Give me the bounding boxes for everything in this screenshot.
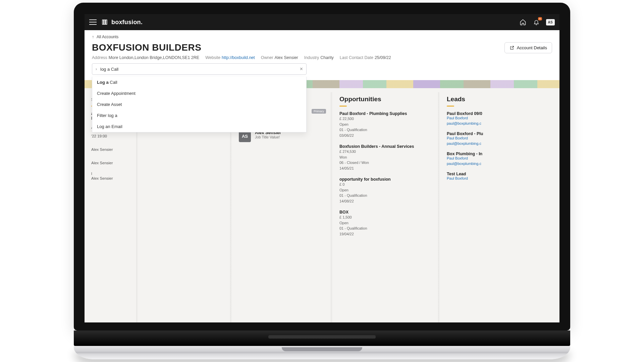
clear-icon[interactable]: × (300, 66, 303, 72)
suggestion-item[interactable]: Create Asset (92, 99, 306, 110)
suggestion-item[interactable]: Create Appointment (92, 88, 306, 99)
note-line: Alex Sensier (91, 176, 131, 180)
lead-card[interactable]: Paul Boxford - PluPaul Boxfordpaul@boxpl… (447, 131, 553, 146)
lead-owner: Paul Boxford (447, 116, 553, 120)
lead-card[interactable]: Test LeadPaul Boxford (447, 172, 553, 180)
view-contacts-link[interactable]: View All Contacts (2) (232, 322, 333, 322)
lead-email[interactable]: paul@boxplumbing.c (447, 141, 481, 145)
opp-date: 03/06/22 (339, 133, 433, 138)
opp-amount: £ 274,530 (339, 149, 433, 155)
primary-badge: Primary (312, 109, 326, 114)
bell-icon[interactable]: •• (533, 18, 540, 26)
screen-bezel: boxfusion. •• AS (74, 3, 570, 330)
meta-owner-lbl: Owner (261, 55, 273, 60)
meta-industry: Charity (320, 55, 334, 60)
chevron-right-icon: › (96, 67, 97, 71)
opportunity-card[interactable]: Paul Boxford - Plumbing Supplies£ 22,500… (339, 111, 433, 138)
quick-action-suggestions: Log a Call Create Appointment Create Ass… (92, 77, 307, 132)
lead-name: Paul Boxford - Plu (447, 131, 553, 136)
lead-owner: Paul Boxford (447, 156, 553, 160)
col-opportunities: Opportunities Paul Boxford - Plumbing Su… (333, 88, 440, 322)
bell-badge: •• (538, 17, 542, 20)
opp-stage: 01 - Qualification (339, 226, 433, 231)
note-line: Alex Sensier (91, 147, 131, 152)
laptop-base (74, 346, 570, 359)
opp-status: Open (339, 220, 433, 226)
meta-lastcontact: 25/09/22 (375, 55, 391, 60)
user-avatar[interactable]: AS (546, 19, 555, 25)
note-line: '22 19:00 (91, 134, 131, 138)
note-line: l (91, 172, 131, 176)
lead-name: Box Plumbing - In (447, 152, 553, 156)
quick-action-input[interactable] (100, 67, 297, 72)
view-hierarchy-link[interactable]: View Account Hierarchy (138, 322, 232, 322)
opportunity-card[interactable]: BOX£ 1,500Open01 - Qualification19/04/22 (339, 210, 433, 237)
meta-lastcontact-lbl: Last Contact Date (340, 55, 373, 60)
view-opportunities-link[interactable]: View All Opportunities (4) (333, 322, 440, 322)
appbar-right: •• AS (519, 18, 555, 26)
lead-email[interactable]: paul@boxplumbing.c (447, 162, 481, 166)
opp-date: 14/05/21 (339, 166, 433, 171)
opp-date: 19/04/22 (339, 231, 433, 237)
view-leads-link[interactable]: View All Leads (4) (440, 322, 559, 322)
laptop-mock: boxfusion. •• AS (74, 3, 570, 359)
brand: boxfusion. (101, 19, 143, 26)
note-line: Alex Sensier (91, 161, 131, 165)
opp-name: opportunity for boxfusion (339, 177, 433, 182)
suggestion-item[interactable]: Log a Call (92, 77, 306, 88)
opp-stage: 01 - Qualification (339, 193, 433, 198)
breadcrumb-all-accounts[interactable]: ↑ All Accounts (92, 35, 118, 39)
lead-owner: Paul Boxford (447, 176, 553, 180)
meta-industry-lbl: Industry (304, 55, 319, 60)
breadcrumb-label: All Accounts (97, 35, 118, 39)
account-details-button[interactable]: Account Details (504, 42, 552, 53)
opp-name: Boxfusion Builders - Annual Services (339, 144, 433, 149)
suggestion-item[interactable]: Log an Email (92, 121, 306, 132)
opp-amount: £ 0 (339, 182, 433, 187)
section-underline (447, 106, 454, 107)
opp-date: 14/08/22 (339, 198, 433, 204)
opp-name: Paul Boxford - Plumbing Supplies (339, 111, 433, 116)
app-screen: boxfusion. •• AS (85, 14, 559, 322)
up-arrow-icon: ↑ (92, 35, 94, 39)
account-title: BOXFUSION BUILDERS (92, 42, 201, 53)
account-details-label: Account Details (517, 45, 547, 50)
meta-address-lbl: Address (92, 55, 107, 60)
lead-card[interactable]: Paul Boxford 09/0Paul Boxfordpaul@boxplu… (447, 111, 553, 126)
opp-amount: £ 1,500 (339, 215, 433, 220)
appbar-left: boxfusion. (89, 19, 143, 26)
contact-role: Job Title Value! (255, 135, 281, 139)
menu-icon[interactable] (89, 19, 97, 25)
opp-stage: 01 - Qualification (339, 127, 433, 133)
leads-header: Leads (447, 96, 553, 103)
page-header: ↑ All Accounts BOXFUSION BUILDERS Accoun… (85, 30, 559, 88)
opp-stage: 06 - Closed / Won (339, 160, 433, 166)
suggestion-item[interactable]: Filter log a (92, 110, 306, 121)
meta-address: More London,London Bridge,LONDON,SE1 2RE (109, 55, 199, 60)
opp-status: Won (339, 155, 433, 160)
brand-icon (101, 19, 108, 25)
opp-status: Open (339, 187, 433, 193)
quick-action-input-wrap[interactable]: › × (92, 63, 307, 75)
meta-website-link[interactable]: http://boxbuild.net (222, 55, 255, 60)
laptop-keyboard (74, 330, 570, 346)
lead-email[interactable]: paul@boxplumbing.c (447, 121, 481, 125)
meta-owner: Alex Sensier (275, 55, 298, 60)
export-icon (509, 46, 514, 50)
lead-owner: Paul Boxford (447, 136, 553, 140)
opp-amount: £ 22,500 (339, 116, 433, 122)
opportunity-card[interactable]: opportunity for boxfusion£ 0Open01 - Qua… (339, 177, 433, 204)
opp-status: Open (339, 122, 433, 127)
col-leads: Leads Paul Boxford 09/0Paul Boxfordpaul@… (440, 88, 559, 322)
opp-name: BOX (339, 210, 433, 215)
app-bar: boxfusion. •• AS (85, 14, 559, 30)
account-meta: AddressMore London,London Bridge,LONDON,… (85, 55, 559, 63)
opportunity-card[interactable]: Boxfusion Builders - Annual Services£ 27… (339, 144, 433, 171)
opportunities-header: Opportunities (339, 96, 433, 103)
lead-card[interactable]: Box Plumbing - InPaul Boxfordpaul@boxplu… (447, 152, 553, 166)
quick-action-area: › × Log a Call Create Appointment Create… (85, 63, 559, 75)
home-icon[interactable] (519, 18, 527, 26)
lead-name: Test Lead (447, 172, 553, 176)
lead-name: Paul Boxford 09/0 (447, 111, 553, 116)
section-underline (339, 106, 347, 107)
